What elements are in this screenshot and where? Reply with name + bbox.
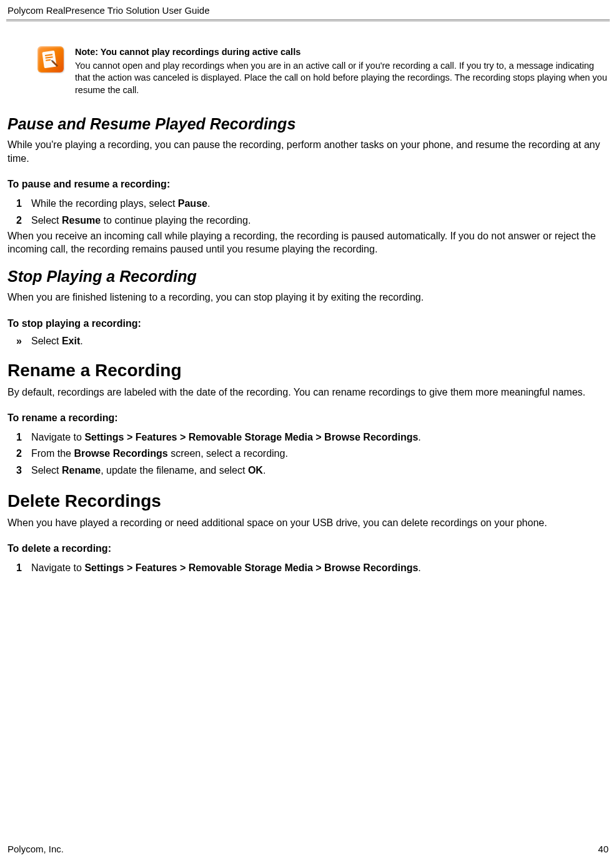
bullet-bold: Exit bbox=[62, 336, 80, 346]
step-text: While the recording plays, select bbox=[31, 198, 178, 209]
heading-rename: Rename a Recording bbox=[7, 361, 609, 381]
step-text: . bbox=[207, 198, 210, 209]
step-bold: Resume bbox=[62, 215, 101, 226]
footer-page-number: 40 bbox=[598, 844, 609, 854]
step-number: 2 bbox=[16, 446, 22, 461]
page-content: Note: You cannot play recordings during … bbox=[0, 21, 616, 576]
task-pause-resume: To pause and resume a recording: bbox=[7, 179, 609, 190]
step-text: Navigate to bbox=[31, 562, 84, 573]
step-item: 1 Navigate to Settings > Features > Remo… bbox=[31, 430, 609, 444]
step-text: Navigate to bbox=[31, 432, 84, 442]
note-text: Note: You cannot play recordings during … bbox=[75, 46, 609, 96]
step-number: 3 bbox=[16, 463, 22, 477]
rename-intro: By default, recordings are labeled with … bbox=[7, 386, 609, 399]
note-title: Note: You cannot play recordings during … bbox=[75, 46, 609, 59]
bullet-text: Select bbox=[31, 336, 62, 346]
heading-pause-resume: Pause and Resume Played Recordings bbox=[7, 115, 609, 133]
step-text: . bbox=[418, 432, 420, 442]
step-bold: Pause bbox=[178, 198, 207, 209]
step-item: 2 From the Browse Recordings screen, sel… bbox=[31, 446, 609, 461]
note-block: Note: You cannot play recordings during … bbox=[7, 46, 609, 96]
step-text: . bbox=[263, 465, 266, 476]
stop-playing-intro: When you are finished listening to a rec… bbox=[7, 291, 609, 304]
pause-resume-after: When you receive an incoming call while … bbox=[7, 229, 609, 256]
step-number: 2 bbox=[16, 213, 22, 227]
step-item: 3 Select Rename, update the filename, an… bbox=[31, 463, 609, 477]
pause-resume-intro: While you're playing a recording, you ca… bbox=[7, 138, 609, 165]
footer-company: Polycom, Inc. bbox=[7, 844, 64, 854]
bullet-text: . bbox=[80, 336, 82, 346]
bullet-item: » Select Exit. bbox=[31, 336, 609, 347]
steps-pause-resume: 1 While the recording plays, select Paus… bbox=[7, 196, 609, 227]
step-item: 2 Select Resume to continue playing the … bbox=[31, 213, 609, 227]
page-header: Polycom RealPresence Trio Solution User … bbox=[0, 0, 616, 18]
step-text: . bbox=[418, 562, 420, 573]
delete-intro: When you have played a recording or need… bbox=[7, 516, 609, 530]
step-number: 1 bbox=[16, 196, 22, 211]
bullet-mark: » bbox=[16, 336, 22, 347]
step-text: Select bbox=[31, 215, 62, 226]
step-bold: Settings > Features > Removable Storage … bbox=[84, 432, 418, 442]
steps-rename: 1 Navigate to Settings > Features > Remo… bbox=[7, 430, 609, 477]
step-bold: Browse Recordings bbox=[74, 448, 167, 459]
task-stop-playing: To stop playing a recording: bbox=[7, 318, 609, 329]
step-item: 1 Navigate to Settings > Features > Remo… bbox=[31, 561, 609, 575]
steps-delete: 1 Navigate to Settings > Features > Remo… bbox=[7, 561, 609, 575]
task-rename: To rename a recording: bbox=[7, 412, 609, 424]
note-icon bbox=[37, 46, 64, 72]
step-bold: Settings > Features > Removable Storage … bbox=[84, 562, 418, 573]
step-item: 1 While the recording plays, select Paus… bbox=[31, 196, 609, 211]
bullet-stop-playing: » Select Exit. bbox=[7, 336, 609, 347]
page-footer: Polycom, Inc. 40 bbox=[7, 844, 609, 854]
note-body: You cannot open and play recordings when… bbox=[75, 60, 609, 97]
heading-delete: Delete Recordings bbox=[7, 491, 609, 511]
step-text: to continue playing the recording. bbox=[101, 215, 251, 226]
header-title: Polycom RealPresence Trio Solution User … bbox=[7, 5, 209, 16]
step-number: 1 bbox=[16, 430, 22, 444]
heading-stop-playing: Stop Playing a Recording bbox=[7, 267, 609, 286]
task-delete: To delete a recording: bbox=[7, 543, 609, 554]
step-text: screen, select a recording. bbox=[168, 448, 288, 459]
step-bold: Rename bbox=[62, 465, 101, 476]
step-text: Select bbox=[31, 465, 62, 476]
step-bold: OK bbox=[248, 465, 263, 476]
step-number: 1 bbox=[16, 561, 22, 575]
step-text: , update the filename, and select bbox=[101, 465, 248, 476]
step-text: From the bbox=[31, 448, 74, 459]
